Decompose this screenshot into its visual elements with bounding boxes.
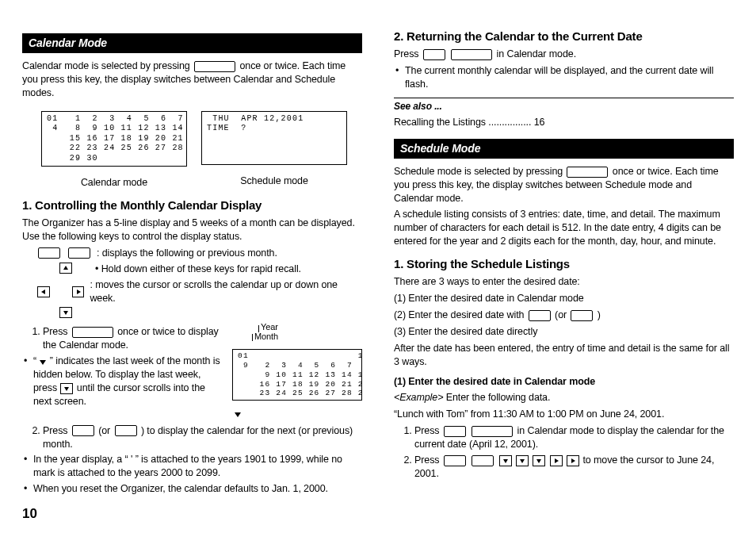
year-label: Year bbox=[261, 323, 278, 332]
h1-body: The Organizer has a 5-line display and 5… bbox=[22, 217, 362, 243]
prev-key bbox=[571, 310, 593, 321]
right-arrow-key bbox=[72, 286, 85, 297]
svg-marker-2 bbox=[77, 290, 81, 294]
svg-marker-10 bbox=[555, 458, 559, 463]
down-arrow-key bbox=[60, 383, 73, 394]
prev-key bbox=[115, 425, 137, 436]
key-line-prevnext: : displays the following or previous mon… bbox=[36, 247, 362, 260]
schedule-key bbox=[451, 49, 492, 60]
after-date: After the date has been entered, the ent… bbox=[394, 342, 734, 369]
store-intro: There are 3 ways to enter the desired da… bbox=[394, 275, 734, 289]
text: (2) Enter the desired date with bbox=[394, 309, 527, 320]
lcd-schedule: THU APR 12,2001 TIME ? bbox=[201, 111, 347, 165]
down-arrow-key bbox=[499, 455, 512, 466]
next-key bbox=[38, 247, 60, 259]
svg-marker-6 bbox=[64, 387, 69, 391]
example-quote: “Lunch with Tom” from 11:30 AM to 1:00 P… bbox=[394, 408, 734, 421]
bullet-lastweek: “ ” indicates the last week of the month… bbox=[33, 355, 362, 408]
down-arrow-row bbox=[59, 307, 362, 318]
down-indicator-icon bbox=[234, 410, 242, 418]
sub-heading-1: (1) Enter the desired date in Calendar m… bbox=[394, 375, 734, 389]
svg-marker-1 bbox=[41, 290, 45, 294]
key-line-arrows: : moves the cursor or scrolls the calend… bbox=[36, 278, 362, 305]
right-column: 2. Returning the Calendar to the Current… bbox=[394, 29, 734, 519]
schedule-para2: A schedule listing consists of 3 entries… bbox=[394, 208, 734, 248]
example-steps: Press in Calendar mode to display the ca… bbox=[394, 424, 734, 481]
next-key bbox=[472, 455, 494, 466]
next-key bbox=[72, 425, 94, 436]
example-step-1: Press in Calendar mode to display the ca… bbox=[414, 424, 734, 451]
text: : moves the cursor or scrolls the calend… bbox=[90, 278, 362, 305]
lcd-schedule-caption: Schedule mode bbox=[240, 174, 308, 188]
lcd-calendar-caption: Calendar mode bbox=[81, 176, 147, 190]
bullet-year: In the year display, a “ ' ” is attached… bbox=[33, 453, 362, 480]
right-arrow-key bbox=[567, 455, 579, 466]
text: Hold down either of these keys for rapid… bbox=[101, 263, 301, 274]
calendar-intro: Calendar mode is selected by pressing on… bbox=[22, 59, 362, 100]
left-arrow-key bbox=[37, 286, 50, 297]
step-2: Press (or ) to display the calendar for … bbox=[43, 424, 362, 451]
text: Press bbox=[414, 425, 442, 436]
heading-controlling-display: 1. Controlling the Monthly Calendar Disp… bbox=[22, 197, 362, 213]
heading-storing-listings: 1. Storing the Schedule Listings bbox=[394, 256, 734, 272]
key-line-hold: • Hold down either of these keys for rap… bbox=[59, 263, 362, 276]
schedule-key bbox=[472, 426, 513, 437]
text: “ bbox=[33, 355, 39, 366]
bullet-lastweek-list: “ ” indicates the last week of the month… bbox=[22, 355, 362, 408]
see-also-line: Recalling the Listings ................ … bbox=[394, 116, 734, 129]
key bbox=[444, 426, 466, 437]
h2-press: Press in Calendar mode. bbox=[394, 48, 734, 61]
text: : displays the following or previous mon… bbox=[97, 247, 277, 260]
down-arrow-key bbox=[59, 307, 72, 318]
text: Enter the following data. bbox=[446, 392, 551, 403]
text: (or bbox=[555, 309, 569, 320]
down-arrow-key bbox=[533, 455, 545, 466]
example-step-2: Press to move the cursor to June 24, 200… bbox=[414, 454, 734, 481]
next-key bbox=[444, 455, 466, 466]
notes-list: In the year display, a “ ' ” is attached… bbox=[22, 453, 362, 496]
next-key bbox=[529, 310, 551, 321]
schedule-key bbox=[567, 167, 608, 178]
text: Schedule mode is selected by pressing bbox=[394, 166, 565, 177]
svg-marker-8 bbox=[520, 459, 525, 463]
svg-marker-0 bbox=[63, 266, 68, 270]
text: Press bbox=[43, 326, 71, 337]
svg-marker-7 bbox=[503, 459, 508, 463]
svg-marker-9 bbox=[536, 459, 541, 463]
svg-marker-11 bbox=[571, 458, 575, 463]
text: Press bbox=[43, 425, 71, 436]
svg-marker-3 bbox=[63, 311, 68, 315]
left-column: Calendar Mode Calendar mode is selected … bbox=[22, 29, 362, 519]
page-number: 10 bbox=[22, 506, 37, 522]
right-arrow-key bbox=[550, 455, 563, 466]
prev-key bbox=[68, 247, 90, 259]
way-1: (1) Enter the desired date in Calendar m… bbox=[394, 292, 734, 305]
bullet-reset: When you reset the Organizer, the calend… bbox=[33, 482, 362, 496]
example-label: <Example> bbox=[394, 392, 446, 403]
see-also-heading: See also ... bbox=[394, 98, 734, 113]
key bbox=[423, 49, 445, 60]
month-label: Month bbox=[254, 332, 278, 341]
h2-bullet: The current monthly calendar will be dis… bbox=[405, 64, 734, 91]
text: Press bbox=[414, 454, 442, 466]
svg-marker-4 bbox=[235, 412, 241, 417]
up-arrow-key bbox=[59, 263, 72, 274]
down-arrow-key bbox=[516, 455, 529, 466]
example-lead: <Example> Enter the following data. bbox=[394, 391, 734, 405]
schedule-intro: Schedule mode is selected by pressing on… bbox=[394, 165, 734, 205]
lcd-calendar: 01 1 2 3 4 5 6 7 4 8 9 10 11 12 13 14 15… bbox=[41, 111, 187, 167]
section-bar-calendar-mode: Calendar Mode bbox=[22, 33, 362, 53]
heading-return-current-date: 2. Returning the Calendar to the Current… bbox=[394, 29, 734, 44]
schedule-key bbox=[194, 61, 235, 72]
steps-list-2: Press (or ) to display the calendar for … bbox=[22, 424, 362, 451]
schedule-key bbox=[72, 327, 113, 338]
text: Press bbox=[394, 48, 422, 59]
text: (or bbox=[98, 425, 113, 436]
text: in Calendar mode. bbox=[497, 48, 576, 59]
text: Calendar mode is selected by pressing bbox=[22, 60, 193, 71]
section-bar-schedule-mode: Schedule Mode bbox=[394, 139, 734, 159]
way-2: (2) Enter the desired date with (or ) bbox=[394, 309, 734, 322]
way-3: (3) Enter the desired date directly bbox=[394, 325, 734, 339]
svg-marker-5 bbox=[40, 360, 46, 365]
h2-bullet-list: The current monthly calendar will be dis… bbox=[394, 64, 734, 91]
